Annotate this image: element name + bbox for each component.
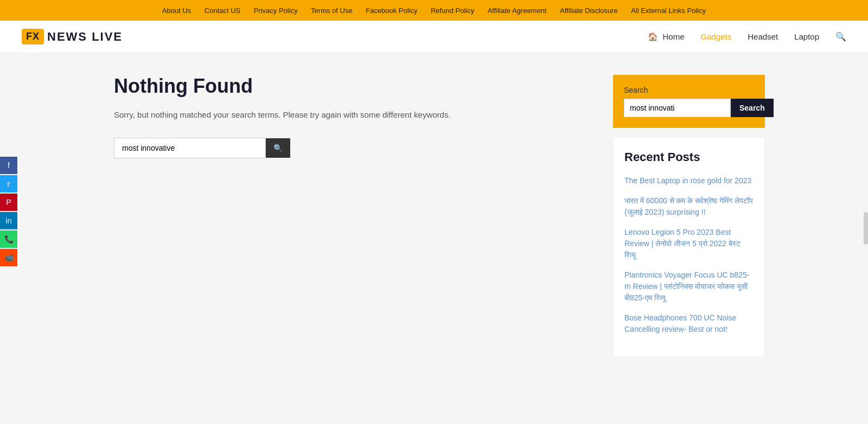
home-icon: 🏠 — [648, 32, 658, 41]
nav-home[interactable]: 🏠 Home — [648, 32, 684, 42]
topbar-link-refund[interactable]: Refund Policy — [431, 7, 474, 15]
main-content: Nothing Found Sorry, but nothing matched… — [114, 75, 591, 357]
sidebar-search-input[interactable] — [624, 99, 731, 117]
main-search-button[interactable]: 🔍 — [266, 138, 290, 158]
topbar-link-about[interactable]: About Us — [162, 7, 191, 15]
recent-post-4[interactable]: Bose Headphones 700 UC Noise Cancelling … — [624, 312, 754, 335]
logo-text: NEWS LIVE — [47, 30, 123, 44]
linkedin-share-button[interactable]: in — [0, 212, 17, 229]
topbar-link-privacy[interactable]: Privacy Policy — [254, 7, 298, 15]
logo-fx: FX — [22, 29, 44, 44]
main-search-form: 🔍 — [114, 138, 591, 158]
recent-post-2[interactable]: Lenovo Legion 5 Pro 2023 Best Review | ल… — [624, 227, 754, 261]
sidebar: Search Search Recent Posts The Best Lapt… — [613, 75, 765, 357]
logo[interactable]: FX NEWS LIVE — [22, 29, 123, 44]
search-widget-form: Search — [624, 99, 754, 117]
topbar-link-affiliate-agreement[interactable]: Affiliate Agreement — [488, 7, 547, 15]
recent-posts-title: Recent Posts — [624, 150, 754, 164]
topbar-link-facebook-policy[interactable]: Facebook Policy — [366, 7, 417, 15]
search-icon[interactable]: 🔍 — [835, 31, 846, 42]
nothing-found-description: Sorry, but nothing matched your search t… — [114, 108, 591, 121]
scrollbar[interactable] — [864, 212, 868, 245]
sidebar-search-button[interactable]: Search — [731, 99, 774, 117]
content-wrapper: Nothing Found Sorry, but nothing matched… — [81, 53, 787, 379]
pinterest-share-button[interactable]: P — [0, 194, 17, 211]
topbar-link-contact[interactable]: Contact US — [205, 7, 240, 15]
search-widget-label: Search — [624, 86, 754, 94]
topbar-link-affiliate-disclosure[interactable]: Affiliate Disclosure — [560, 7, 618, 15]
topbar-link-external-links[interactable]: All External Links Policy — [631, 7, 706, 15]
search-widget: Search Search — [613, 75, 765, 128]
social-sidebar: f 𝕣 P in 📞 📹 — [0, 157, 17, 267]
twitter-share-button[interactable]: 𝕣 — [0, 175, 17, 192]
main-search-input[interactable] — [114, 138, 266, 158]
nothing-found-title: Nothing Found — [114, 75, 591, 98]
nav-gadgets[interactable]: Gadgets — [701, 32, 732, 41]
recent-posts-widget: Recent Posts The Best Laptop in rose gol… — [613, 137, 765, 357]
reddit-share-button[interactable]: 📹 — [0, 249, 17, 266]
topbar-link-terms[interactable]: Terms of Use — [311, 7, 353, 15]
facebook-share-button[interactable]: f — [0, 157, 17, 174]
top-navigation-bar: About Us Contact US Privacy Policy Terms… — [0, 0, 868, 21]
nav-headset[interactable]: Headset — [748, 32, 778, 41]
recent-post-3[interactable]: Plantronics Voyager Focus UC b825-m Revi… — [624, 269, 754, 304]
main-header: FX NEWS LIVE 🏠 Home Gadgets Headset Lapt… — [0, 21, 868, 53]
recent-post-1[interactable]: भारत में 60000 से कम के सर्वश्रेष्ठ गेमि… — [624, 195, 754, 218]
recent-post-0[interactable]: The Best Laptop in rose gold for 2023 — [624, 175, 754, 187]
main-navigation: 🏠 Home Gadgets Headset Laptop 🔍 — [648, 31, 846, 42]
nav-laptop[interactable]: Laptop — [794, 32, 819, 41]
whatsapp-share-button[interactable]: 📞 — [0, 230, 17, 248]
